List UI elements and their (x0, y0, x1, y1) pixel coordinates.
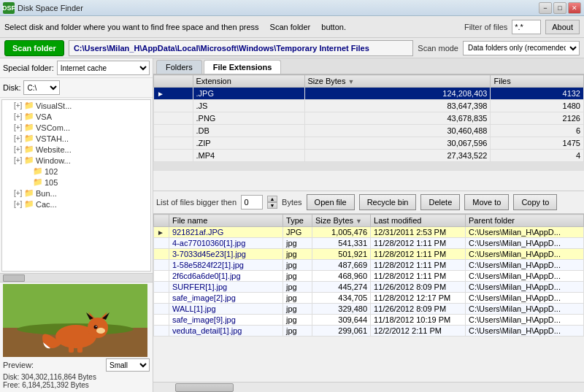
file-col-modified[interactable]: Last modified (371, 215, 466, 227)
ext-cell: .ZIP (193, 137, 304, 150)
files-cell: 1475 (491, 137, 584, 150)
tree-item[interactable]: [+]📁VSTAH... (2, 133, 150, 144)
tab-file-extensions[interactable]: File Extensions (204, 60, 282, 74)
maximize-button[interactable]: □ (553, 2, 566, 14)
file-arrow-cell (154, 304, 169, 315)
ext-col-files[interactable]: Files (491, 75, 584, 88)
ext-col-check[interactable] (154, 75, 193, 88)
file-parent-cell: C:\Users\Milan_H\AppD... (466, 249, 584, 260)
expand-icon[interactable]: [+] (14, 189, 24, 197)
bytes-down-button[interactable]: ▼ (267, 202, 277, 209)
table-row[interactable]: .JS 83,647,398 1480 (154, 100, 584, 112)
row-arrow-cell (154, 125, 193, 137)
files-cell: 4132 (491, 88, 584, 100)
tree-horizontal-scrollbar[interactable] (0, 273, 153, 282)
tree-item[interactable]: [+]📁Website... (2, 144, 150, 155)
table-row[interactable]: WALL[1].jpg jpg 329,480 11/26/2012 8:09 … (154, 304, 584, 315)
file-arrow-cell (154, 326, 169, 337)
expand-icon[interactable]: [+] (14, 123, 24, 131)
scan-folder-link[interactable]: Scan folder (270, 23, 311, 31)
table-row[interactable]: .MP4 27,343,522 4 (154, 150, 584, 162)
open-file-button[interactable]: Open file (307, 194, 355, 210)
tree-item[interactable]: 📁102 (2, 166, 150, 177)
expand-icon[interactable]: [+] (14, 200, 24, 208)
table-row[interactable]: 4-ac77010360[1].jpg jpg 541,331 11/28/20… (154, 238, 584, 249)
folder-icon: 📁 (24, 101, 34, 110)
tab-folders[interactable]: Folders (156, 60, 202, 74)
table-row[interactable]: 1-58e5824f22[1].jpg jpg 487,669 11/28/20… (154, 260, 584, 271)
special-folder-select[interactable]: Internet cache (57, 61, 150, 75)
table-row[interactable]: ► .JPG 124,208,403 4132 (154, 88, 584, 100)
ext-col-extension[interactable]: Extension (193, 75, 304, 88)
file-col-size[interactable]: Size Bytes ▼ (312, 215, 371, 227)
file-type-cell: jpg (283, 315, 312, 326)
right-panel: Folders File Extensions Extension Size B… (153, 58, 584, 392)
tree-item[interactable]: [+]📁VSCom... (2, 122, 150, 133)
recycle-bin-button[interactable]: Recycle bin (359, 194, 417, 210)
table-row[interactable]: 3-7033d45e23[1].jpg jpg 501,921 11/28/20… (154, 249, 584, 260)
table-row[interactable]: veduta_detail[1].jpg jpg 299,061 12/2/20… (154, 326, 584, 337)
file-col-name[interactable]: File name (169, 215, 283, 227)
table-row[interactable]: safe_image[2].jpg jpg 434,705 11/28/2012… (154, 293, 584, 304)
expand-icon[interactable]: [+] (14, 134, 24, 142)
bytes-input[interactable] (241, 195, 263, 210)
file-parent-cell: C:\Users\Milan_H\AppD... (466, 293, 584, 304)
tree-item[interactable]: [+]📁Bun... (2, 188, 150, 199)
tree-item[interactable]: 📁105 (2, 177, 150, 188)
file-name-cell: SURFER[1].jpg (169, 282, 283, 293)
tree-item[interactable]: [+]📁Window... (2, 155, 150, 166)
file-col-parent[interactable]: Parent folder (466, 215, 584, 227)
expand-icon[interactable]: [+] (14, 145, 24, 153)
tree-item[interactable]: [+]📁Cac... (2, 199, 150, 210)
close-button[interactable]: ✕ (568, 2, 581, 14)
disk-row: Disk: C:\ (0, 78, 153, 98)
scan-mode-select[interactable]: Data folders only (recomended) (463, 41, 580, 55)
info-text2: button. (321, 23, 346, 31)
svg-point-11 (96, 326, 97, 327)
table-row[interactable]: 2f6cd6a6de0[1].jpg jpg 468,960 11/28/201… (154, 271, 584, 282)
tree-item[interactable]: [+]📁VisualSt... (2, 100, 150, 111)
path-display: C:\Users\Milan_H\AppData\Local\Microsoft… (69, 40, 413, 56)
expand-icon[interactable]: [+] (14, 112, 24, 120)
copy-to-button[interactable]: Copy to (513, 194, 557, 210)
table-row[interactable]: safe_image[9].jpg jpg 309,644 11/18/2012… (154, 315, 584, 326)
ext-col-size[interactable]: Size Bytes ▼ (304, 75, 491, 88)
expand-icon[interactable]: [+] (14, 156, 24, 164)
move-to-button[interactable]: Move to (464, 194, 509, 210)
ext-cell: .PNG (193, 112, 304, 125)
table-row[interactable]: .PNG 43,678,835 2126 (154, 112, 584, 125)
file-col-check[interactable] (154, 215, 169, 227)
disk-total: Disk: 304,302,116,864 Bytes (3, 373, 150, 381)
preview-image (3, 284, 147, 357)
table-row[interactable]: SURFER[1].jpg jpg 445,274 11/26/2012 8:0… (154, 282, 584, 293)
expand-icon[interactable]: [+] (14, 101, 24, 109)
hscroll-thumb[interactable] (175, 383, 234, 392)
minimize-button[interactable]: − (539, 2, 552, 14)
ext-table-scrollbar[interactable] (153, 162, 584, 171)
folder-tree[interactable]: [+]📁VisualSt...[+]📁VSA[+]📁VSCom...[+]📁VS… (1, 99, 151, 272)
filter-input[interactable] (512, 20, 541, 34)
file-parent-cell: C:\Users\Milan_H\AppD... (466, 304, 584, 315)
file-col-type[interactable]: Type (283, 215, 312, 227)
size-cell: 27,343,522 (304, 150, 491, 162)
bytes-up-button[interactable]: ▲ (267, 196, 277, 202)
table-row[interactable]: ► 921821af.JPG JPG 1,005,476 12/31/2011 … (154, 227, 584, 238)
file-parent-cell: C:\Users\Milan_H\AppD... (466, 238, 584, 249)
svg-point-10 (94, 326, 98, 329)
disk-select[interactable]: C:\ (23, 80, 60, 95)
about-button[interactable]: About (545, 20, 580, 34)
table-row[interactable]: .DB 30,460,488 6 (154, 125, 584, 137)
preview-size-select[interactable]: Small (106, 358, 150, 372)
tree-item[interactable]: [+]📁VSA (2, 111, 150, 122)
delete-button[interactable]: Delete (420, 194, 460, 210)
file-size-cell: 445,274 (312, 282, 371, 293)
file-list-container[interactable]: File name Type Size Bytes ▼ Last modifie… (153, 214, 584, 382)
table-row[interactable]: .ZIP 30,067,596 1475 (154, 137, 584, 150)
svg-point-9 (96, 328, 105, 334)
scan-folder-button[interactable]: Scan folder (4, 40, 64, 56)
file-list-scrollbar[interactable] (153, 382, 584, 392)
folder-icon: 📁 (24, 188, 34, 198)
file-arrow-cell (154, 315, 169, 326)
tree-hscroll-thumb[interactable] (3, 274, 25, 282)
window-controls: − □ ✕ (539, 2, 581, 14)
